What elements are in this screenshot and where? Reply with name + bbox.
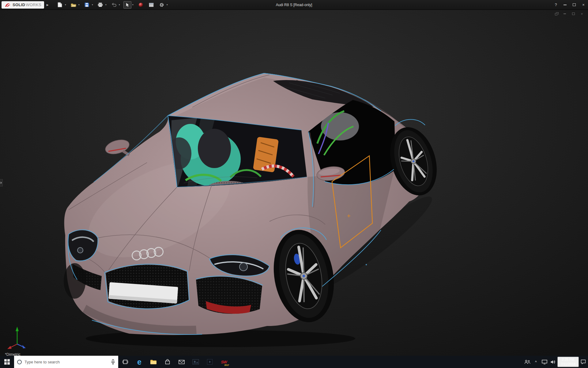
movies-tv-icon xyxy=(207,359,213,365)
search-input[interactable] xyxy=(24,360,108,364)
restore-icon xyxy=(555,13,557,15)
taskbar-search[interactable] xyxy=(14,356,118,368)
doc-maximize-button[interactable] xyxy=(570,11,576,16)
solidworks-logo: SOLID WORKS xyxy=(2,1,44,9)
volume-button[interactable] xyxy=(549,356,557,368)
select-tool-button[interactable] xyxy=(123,1,131,9)
interior-seat-dark xyxy=(198,129,231,168)
clock-date: 7/11/2018 xyxy=(561,362,575,366)
maximize-icon xyxy=(572,13,575,15)
system-tray: ^ 2:25 PM 7/11/2018 xyxy=(523,356,588,368)
new-document-icon xyxy=(58,2,62,7)
save-button[interactable] xyxy=(83,1,91,9)
appearance-sphere-icon xyxy=(138,2,143,7)
cortana-icon xyxy=(17,360,22,364)
mail-envelope-icon xyxy=(179,360,185,364)
file-explorer-button[interactable] xyxy=(146,356,160,368)
action-center-button[interactable] xyxy=(579,356,587,368)
start-button[interactable] xyxy=(0,356,14,368)
print-icon xyxy=(98,2,103,7)
titlebar: SOLID WORKS ▶ ▾ xyxy=(0,0,588,10)
task-view-button[interactable] xyxy=(118,356,132,368)
volume-icon xyxy=(550,360,556,364)
undo-icon xyxy=(111,3,116,7)
brand-works: WORKS xyxy=(26,2,41,7)
file-explorer-icon xyxy=(150,359,157,365)
save-floppy-icon xyxy=(85,2,89,7)
graphics-viewport[interactable]: × *Dimetric xyxy=(0,10,588,356)
hidden-icons-button[interactable]: ^ xyxy=(532,356,540,368)
maximize-button[interactable] xyxy=(570,1,579,9)
options-button[interactable] xyxy=(158,1,166,9)
windows-logo-icon xyxy=(4,359,10,365)
print-caret[interactable]: ▾ xyxy=(104,3,107,6)
select-cursor-icon xyxy=(126,2,129,7)
collapsed-panel-arrow[interactable] xyxy=(0,179,3,186)
doc-minimize-button[interactable] xyxy=(562,11,568,16)
minimize-icon xyxy=(564,5,567,5)
gear-icon xyxy=(159,2,164,7)
taskbar-clock[interactable]: 2:25 PM 7/11/2018 xyxy=(557,357,579,367)
people-icon xyxy=(524,360,530,364)
document-window-controls: × xyxy=(553,11,585,16)
store-button[interactable] xyxy=(160,356,175,368)
brand-solid: SOLID xyxy=(13,2,25,7)
window-title: Audi R8 S [Read-only] xyxy=(276,3,312,7)
vertex-marker xyxy=(366,264,367,265)
print-button[interactable] xyxy=(96,1,104,9)
design-table-icon xyxy=(149,3,154,7)
clock-time: 2:25 PM xyxy=(562,357,574,362)
doc-close-button[interactable]: × xyxy=(579,11,585,16)
photos-button[interactable] xyxy=(189,356,203,368)
chevron-up-icon: ^ xyxy=(535,360,537,364)
new-document-button[interactable] xyxy=(56,1,64,9)
front-grille xyxy=(106,265,189,308)
minimize-button[interactable] xyxy=(560,1,570,9)
photos-icon xyxy=(192,359,199,365)
network-icon xyxy=(542,360,547,364)
menu-flyout-arrow[interactable]: ▶ xyxy=(47,3,49,6)
solidworks-window: SOLID WORKS ▶ ▾ xyxy=(0,0,588,368)
orientation-triad xyxy=(6,325,28,351)
mail-button[interactable] xyxy=(175,356,189,368)
window-controls: ? × xyxy=(551,1,588,9)
edge-icon: e xyxy=(137,358,141,366)
undo-button[interactable] xyxy=(110,1,118,9)
ds-logo-icon xyxy=(4,2,11,7)
close-button[interactable]: × xyxy=(579,1,588,9)
open-document-caret[interactable]: ▾ xyxy=(77,3,81,6)
solidworks-2017-icon: SW 2017 xyxy=(219,357,228,366)
movies-tv-button[interactable] xyxy=(203,356,217,368)
audi-r8-model[interactable] xyxy=(0,10,588,356)
new-document-caret[interactable]: ▾ xyxy=(64,3,67,6)
open-folder-icon xyxy=(71,3,76,7)
edge-button[interactable]: e xyxy=(132,356,146,368)
store-bag-icon xyxy=(165,359,170,365)
select-tool-caret[interactable]: ▾ xyxy=(131,3,134,6)
help-button[interactable]: ? xyxy=(551,1,560,9)
left-wheel-shadow xyxy=(64,263,86,299)
open-document-button[interactable] xyxy=(70,1,77,9)
network-button[interactable] xyxy=(540,356,549,368)
minimize-icon xyxy=(564,13,566,14)
design-table-button[interactable] xyxy=(147,1,155,9)
undo-caret[interactable]: ▾ xyxy=(118,3,121,6)
doc-restore-button[interactable] xyxy=(553,11,559,16)
right-air-intake xyxy=(196,277,262,314)
microphone-icon[interactable] xyxy=(111,359,115,365)
windows-taskbar: e xyxy=(0,356,588,368)
save-caret[interactable]: ▾ xyxy=(91,3,94,6)
quick-access-toolbar: ▾ ▾ ▾ xyxy=(56,1,171,9)
people-button[interactable] xyxy=(523,356,532,368)
task-view-icon xyxy=(122,359,128,365)
options-caret[interactable]: ▾ xyxy=(166,3,169,6)
solidworks-2017-button[interactable]: SW 2017 xyxy=(217,356,231,368)
appearances-button[interactable] xyxy=(137,1,145,9)
action-center-icon xyxy=(581,359,586,364)
view-orientation-label: *Dimetric xyxy=(5,352,21,356)
maximize-icon xyxy=(573,3,576,6)
